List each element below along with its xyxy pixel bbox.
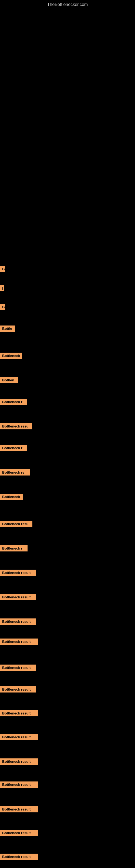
bottleneck-label-24: Bottleneck result xyxy=(0,806,38,812)
bottleneck-label-2: | xyxy=(0,285,4,291)
bottleneck-label-9: Bottleneck r xyxy=(0,445,27,451)
bottleneck-label-18: Bottleneck result xyxy=(0,664,36,671)
bottleneck-item-20: Bottleneck result xyxy=(0,710,38,717)
bottleneck-label-6: Bottlen xyxy=(0,377,18,383)
bottleneck-item-8: Bottleneck resu xyxy=(0,423,32,431)
bottleneck-label-14: Bottleneck result xyxy=(0,569,36,576)
bottleneck-item-22: Bottleneck result xyxy=(0,758,38,766)
bottleneck-label-5: Bottleneck xyxy=(0,352,22,359)
bottleneck-item-21: Bottleneck result xyxy=(0,734,38,741)
bottleneck-item-17: Bottleneck result xyxy=(0,639,38,646)
bottleneck-item-23: Bottleneck result xyxy=(0,781,38,789)
bottleneck-item-13: Bottleneck r xyxy=(0,545,28,553)
bottleneck-item-6: Bottlen xyxy=(0,377,18,384)
bottleneck-item-11: Bottleneck xyxy=(0,494,23,501)
bottleneck-label-3: B xyxy=(0,304,5,310)
bottleneck-item-5: Bottleneck xyxy=(0,352,22,360)
bottleneck-item-16: Bottleneck result xyxy=(0,618,36,626)
bottleneck-item-24: Bottleneck result xyxy=(0,806,38,813)
bottleneck-item-12: Bottleneck resu xyxy=(0,521,32,528)
bottleneck-label-23: Bottleneck result xyxy=(0,781,38,788)
bottleneck-item-18: Bottleneck result xyxy=(0,664,36,672)
site-title: TheBottlenecker.com xyxy=(0,0,135,7)
bottleneck-label-15: Bottleneck result xyxy=(0,594,36,600)
bottleneck-label-21: Bottleneck result xyxy=(0,734,38,740)
bottleneck-item-3: B xyxy=(0,304,5,311)
bottleneck-label-10: Bottleneck re xyxy=(0,469,30,475)
bottleneck-item-25: Bottleneck result xyxy=(0,830,38,837)
bottleneck-item-26: Bottleneck result xyxy=(0,854,38,861)
bottleneck-label-4: Bottle xyxy=(0,326,15,332)
bottleneck-label-8: Bottleneck resu xyxy=(0,423,32,429)
bottleneck-item-7: Bottleneck r xyxy=(0,399,27,406)
bottleneck-item-10: Bottleneck re xyxy=(0,469,30,476)
bottleneck-label-11: Bottleneck xyxy=(0,494,23,500)
bottleneck-item-9: Bottleneck r xyxy=(0,445,27,452)
bottleneck-label-22: Bottleneck result xyxy=(0,758,38,765)
bottleneck-label-20: Bottleneck result xyxy=(0,710,38,716)
bottleneck-item-15: Bottleneck result xyxy=(0,594,36,601)
bottleneck-label-13: Bottleneck r xyxy=(0,545,28,552)
bottleneck-label-12: Bottleneck resu xyxy=(0,521,32,527)
bottleneck-label-25: Bottleneck result xyxy=(0,830,38,836)
bottleneck-item-1: B xyxy=(0,266,5,273)
bottleneck-label-7: Bottleneck r xyxy=(0,399,27,405)
bottleneck-label-17: Bottleneck result xyxy=(0,639,38,645)
bottleneck-item-19: Bottleneck result xyxy=(0,686,36,693)
bottleneck-label-26: Bottleneck result xyxy=(0,854,38,860)
bottleneck-label-1: B xyxy=(0,266,5,272)
bottleneck-item-4: Bottle xyxy=(0,326,15,333)
bottleneck-item-2: | xyxy=(0,285,4,292)
bottleneck-label-19: Bottleneck result xyxy=(0,686,36,692)
bottleneck-item-14: Bottleneck result xyxy=(0,569,36,577)
bottleneck-label-16: Bottleneck result xyxy=(0,618,36,625)
